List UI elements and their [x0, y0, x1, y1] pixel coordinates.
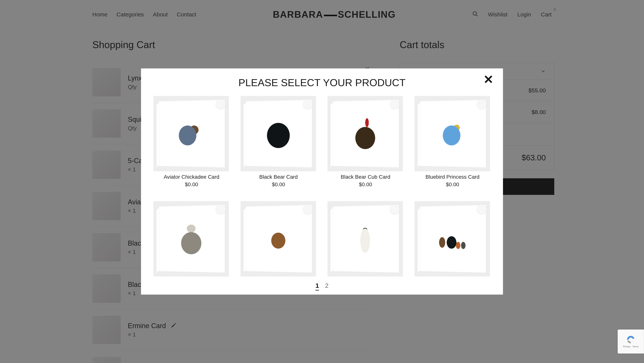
modal-title: PLEASE SELECT YOUR PRODUCT	[141, 77, 503, 88]
product-name: Black Bear Cub Card	[328, 174, 404, 180]
product-card[interactable]: Black Bear Cub Card $0.00	[328, 96, 404, 190]
product-image[interactable]	[328, 96, 403, 171]
product-price: $0.00	[328, 182, 404, 188]
product-grid: Aviator Chickadee Card $0.00 Black Bear …	[141, 96, 503, 278]
product-image[interactable]	[154, 201, 229, 276]
select-radio[interactable]	[303, 204, 312, 214]
product-card[interactable]	[414, 201, 491, 279]
product-image[interactable]	[328, 201, 403, 276]
product-card[interactable]	[240, 201, 317, 279]
product-card[interactable]: Black Bear Card $0.00	[240, 96, 317, 190]
product-price: $0.00	[240, 182, 317, 188]
close-icon[interactable]: ✕	[484, 76, 494, 83]
product-image[interactable]	[240, 201, 316, 276]
product-name: Aviator Chickadee Card	[154, 174, 230, 180]
modal-pagination: 1 2	[141, 278, 503, 294]
select-radio[interactable]	[303, 99, 312, 109]
product-name: Bluebird Princess Card	[414, 174, 491, 180]
product-image[interactable]	[414, 96, 490, 171]
product-name: Black Bear Card	[240, 174, 317, 180]
product-card[interactable]: Bluebird Princess Card $0.00	[414, 96, 491, 190]
page-1[interactable]: 1	[316, 282, 319, 290]
recaptcha-badge: Privacy - Terms	[618, 330, 644, 354]
select-radio[interactable]	[477, 204, 486, 214]
product-price: $0.00	[154, 182, 230, 188]
product-image[interactable]	[414, 201, 490, 276]
select-radio[interactable]	[390, 204, 400, 214]
product-image[interactable]	[154, 96, 229, 171]
select-radio[interactable]	[390, 99, 400, 109]
product-select-modal: ✕ PLEASE SELECT YOUR PRODUCT Aviator Chi…	[141, 68, 503, 294]
product-image[interactable]	[240, 96, 316, 171]
product-card[interactable]	[154, 201, 230, 279]
product-card[interactable]: Aviator Chickadee Card $0.00	[154, 96, 230, 190]
modal-overlay[interactable]: ✕ PLEASE SELECT YOUR PRODUCT Aviator Chi…	[0, 0, 644, 363]
product-price: $0.00	[414, 182, 491, 188]
select-radio[interactable]	[216, 99, 226, 109]
page-2[interactable]: 2	[325, 282, 328, 289]
product-card[interactable]	[328, 201, 404, 279]
select-radio[interactable]	[477, 99, 486, 109]
select-radio[interactable]	[216, 204, 226, 214]
